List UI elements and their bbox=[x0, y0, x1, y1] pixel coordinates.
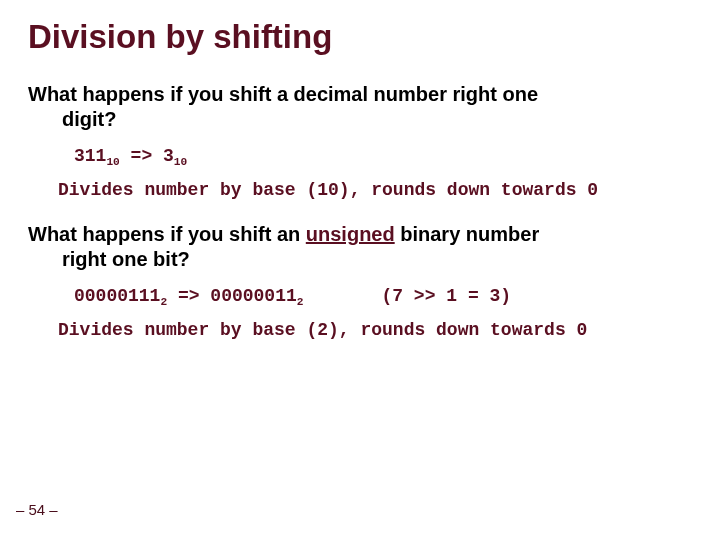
example-binary-shift: 000001112 => 000000112(7 >> 1 = 3) bbox=[74, 286, 692, 306]
ex2-arrow: => bbox=[167, 286, 210, 306]
ex2-after-value: 00000011 bbox=[210, 286, 296, 306]
q2-pre: What happens if you shift an bbox=[28, 223, 306, 245]
q1-line2: digit? bbox=[28, 107, 692, 132]
ex1-before-value: 311 bbox=[74, 146, 106, 166]
ex2-paren: (7 >> 1 = 3) bbox=[381, 286, 511, 306]
ex1-after-base: 10 bbox=[174, 156, 187, 168]
q1-line1: What happens if you shift a decimal numb… bbox=[28, 83, 538, 105]
ex1-arrow: => bbox=[120, 146, 163, 166]
q2-post1: binary number bbox=[395, 223, 539, 245]
description-decimal: Divides number by base (10), rounds down… bbox=[58, 180, 692, 200]
page-number: – 54 – bbox=[16, 501, 58, 518]
ex2-after-base: 2 bbox=[297, 296, 304, 308]
ex2-before-base: 2 bbox=[160, 296, 167, 308]
q2-unsigned: unsigned bbox=[306, 223, 395, 245]
q2-line2: right one bit? bbox=[28, 247, 692, 272]
question-binary: What happens if you shift an unsigned bi… bbox=[28, 222, 692, 272]
example-decimal-shift: 31110 => 310 bbox=[74, 146, 692, 166]
slide: Division by shifting What happens if you… bbox=[0, 0, 720, 540]
ex2-before-value: 00000111 bbox=[74, 286, 160, 306]
description-binary: Divides number by base (2), rounds down … bbox=[58, 320, 692, 340]
ex1-before-base: 10 bbox=[106, 156, 119, 168]
question-decimal: What happens if you shift a decimal numb… bbox=[28, 82, 692, 132]
slide-title: Division by shifting bbox=[28, 18, 692, 56]
ex1-after-value: 3 bbox=[163, 146, 174, 166]
